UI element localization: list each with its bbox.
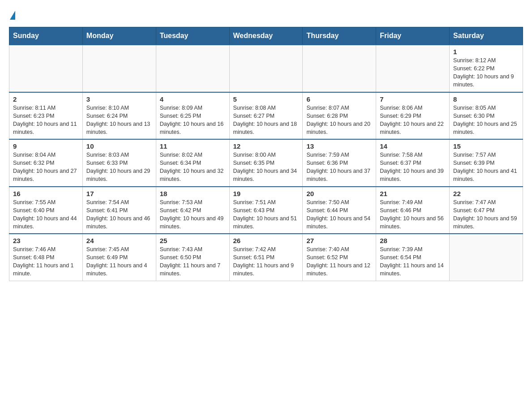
calendar-cell: 4Sunrise: 8:09 AM Sunset: 6:25 PM Daylig…	[156, 92, 229, 140]
calendar-cell: 16Sunrise: 7:55 AM Sunset: 6:40 PM Dayli…	[9, 187, 83, 234]
day-info: Sunrise: 7:45 AM Sunset: 6:49 PM Dayligh…	[86, 245, 152, 278]
day-number: 18	[160, 190, 226, 197]
calendar-cell: 21Sunrise: 7:49 AM Sunset: 6:46 PM Dayli…	[376, 187, 450, 234]
day-info: Sunrise: 7:46 AM Sunset: 6:48 PM Dayligh…	[13, 245, 79, 278]
calendar-cell: 1Sunrise: 8:12 AM Sunset: 6:22 PM Daylig…	[450, 45, 523, 92]
day-info: Sunrise: 8:12 AM Sunset: 6:22 PM Dayligh…	[453, 56, 519, 89]
calendar-cell: 6Sunrise: 8:07 AM Sunset: 6:28 PM Daylig…	[303, 92, 376, 140]
calendar-cell: 26Sunrise: 7:42 AM Sunset: 6:51 PM Dayli…	[229, 234, 303, 281]
day-number: 16	[13, 190, 79, 197]
logo	[9, 9, 15, 20]
day-number: 24	[86, 237, 152, 244]
calendar-cell	[9, 45, 83, 92]
weekday-header-wednesday: Wednesday	[229, 27, 303, 45]
calendar-cell: 13Sunrise: 7:59 AM Sunset: 6:36 PM Dayli…	[303, 139, 376, 187]
day-info: Sunrise: 7:53 AM Sunset: 6:42 PM Dayligh…	[160, 198, 226, 231]
day-number: 13	[306, 142, 372, 150]
day-number: 8	[453, 95, 519, 103]
day-number: 10	[86, 142, 152, 150]
day-info: Sunrise: 8:02 AM Sunset: 6:34 PM Dayligh…	[160, 151, 226, 184]
calendar-cell: 22Sunrise: 7:47 AM Sunset: 6:47 PM Dayli…	[450, 187, 523, 234]
day-info: Sunrise: 8:07 AM Sunset: 6:28 PM Dayligh…	[306, 104, 372, 137]
day-info: Sunrise: 8:05 AM Sunset: 6:30 PM Dayligh…	[453, 104, 519, 137]
day-number: 12	[233, 142, 299, 150]
calendar-cell	[229, 45, 303, 92]
day-info: Sunrise: 7:54 AM Sunset: 6:41 PM Dayligh…	[86, 198, 152, 231]
weekday-header-monday: Monday	[82, 27, 156, 45]
weekday-header-tuesday: Tuesday	[156, 27, 229, 45]
day-info: Sunrise: 7:58 AM Sunset: 6:37 PM Dayligh…	[380, 151, 446, 184]
calendar-cell: 3Sunrise: 8:10 AM Sunset: 6:24 PM Daylig…	[82, 92, 156, 140]
day-number: 9	[13, 142, 79, 150]
day-info: Sunrise: 8:11 AM Sunset: 6:23 PM Dayligh…	[13, 104, 79, 137]
calendar-table: SundayMondayTuesdayWednesdayThursdayFrid…	[9, 27, 523, 281]
day-info: Sunrise: 8:03 AM Sunset: 6:33 PM Dayligh…	[86, 151, 152, 184]
day-number: 11	[160, 142, 226, 150]
day-number: 14	[380, 142, 446, 150]
day-number: 1	[453, 48, 519, 56]
calendar-cell	[303, 45, 376, 92]
page-header	[9, 9, 523, 20]
day-number: 3	[86, 95, 152, 103]
day-info: Sunrise: 8:09 AM Sunset: 6:25 PM Dayligh…	[160, 104, 226, 137]
calendar-cell: 8Sunrise: 8:05 AM Sunset: 6:30 PM Daylig…	[450, 92, 523, 140]
calendar-cell: 12Sunrise: 8:00 AM Sunset: 6:35 PM Dayli…	[229, 139, 303, 187]
week-row-1: 1Sunrise: 8:12 AM Sunset: 6:22 PM Daylig…	[9, 45, 523, 92]
day-number: 15	[453, 142, 519, 150]
calendar-cell: 15Sunrise: 7:57 AM Sunset: 6:39 PM Dayli…	[450, 139, 523, 187]
calendar-cell: 10Sunrise: 8:03 AM Sunset: 6:33 PM Dayli…	[82, 139, 156, 187]
calendar-cell: 20Sunrise: 7:50 AM Sunset: 6:44 PM Dayli…	[303, 187, 376, 234]
weekday-header-row: SundayMondayTuesdayWednesdayThursdayFrid…	[9, 27, 523, 45]
day-info: Sunrise: 7:51 AM Sunset: 6:43 PM Dayligh…	[233, 198, 299, 231]
week-row-5: 23Sunrise: 7:46 AM Sunset: 6:48 PM Dayli…	[9, 234, 523, 281]
calendar-cell	[376, 45, 450, 92]
day-number: 2	[13, 95, 79, 103]
calendar-cell: 24Sunrise: 7:45 AM Sunset: 6:49 PM Dayli…	[82, 234, 156, 281]
week-row-3: 9Sunrise: 8:04 AM Sunset: 6:32 PM Daylig…	[9, 139, 523, 187]
day-number: 21	[380, 190, 446, 197]
calendar-cell: 5Sunrise: 8:08 AM Sunset: 6:27 PM Daylig…	[229, 92, 303, 140]
day-number: 27	[306, 237, 372, 244]
day-number: 28	[380, 237, 446, 244]
calendar-cell: 2Sunrise: 8:11 AM Sunset: 6:23 PM Daylig…	[9, 92, 83, 140]
day-info: Sunrise: 7:55 AM Sunset: 6:40 PM Dayligh…	[13, 198, 79, 231]
weekday-header-saturday: Saturday	[450, 27, 523, 45]
logo-triangle-icon	[10, 11, 15, 20]
day-number: 4	[160, 95, 226, 103]
day-number: 19	[233, 190, 299, 197]
day-info: Sunrise: 8:08 AM Sunset: 6:27 PM Dayligh…	[233, 104, 299, 137]
day-number: 5	[233, 95, 299, 103]
calendar-cell: 7Sunrise: 8:06 AM Sunset: 6:29 PM Daylig…	[376, 92, 450, 140]
calendar-cell: 14Sunrise: 7:58 AM Sunset: 6:37 PM Dayli…	[376, 139, 450, 187]
day-info: Sunrise: 8:04 AM Sunset: 6:32 PM Dayligh…	[13, 151, 79, 184]
day-number: 22	[453, 190, 519, 197]
calendar-cell: 23Sunrise: 7:46 AM Sunset: 6:48 PM Dayli…	[9, 234, 83, 281]
calendar-cell: 11Sunrise: 8:02 AM Sunset: 6:34 PM Dayli…	[156, 139, 229, 187]
day-number: 26	[233, 237, 299, 244]
day-info: Sunrise: 7:42 AM Sunset: 6:51 PM Dayligh…	[233, 245, 299, 278]
weekday-header-sunday: Sunday	[9, 27, 83, 45]
day-info: Sunrise: 7:59 AM Sunset: 6:36 PM Dayligh…	[306, 151, 372, 184]
calendar-cell	[450, 234, 523, 281]
day-info: Sunrise: 8:06 AM Sunset: 6:29 PM Dayligh…	[380, 104, 446, 137]
week-row-2: 2Sunrise: 8:11 AM Sunset: 6:23 PM Daylig…	[9, 92, 523, 140]
calendar-cell: 27Sunrise: 7:40 AM Sunset: 6:52 PM Dayli…	[303, 234, 376, 281]
weekday-header-friday: Friday	[376, 27, 450, 45]
calendar-cell	[156, 45, 229, 92]
day-info: Sunrise: 7:43 AM Sunset: 6:50 PM Dayligh…	[160, 245, 226, 278]
week-row-4: 16Sunrise: 7:55 AM Sunset: 6:40 PM Dayli…	[9, 187, 523, 234]
calendar-cell: 19Sunrise: 7:51 AM Sunset: 6:43 PM Dayli…	[229, 187, 303, 234]
day-number: 7	[380, 95, 446, 103]
calendar-cell: 17Sunrise: 7:54 AM Sunset: 6:41 PM Dayli…	[82, 187, 156, 234]
day-number: 20	[306, 190, 372, 197]
day-number: 17	[86, 190, 152, 197]
day-number: 6	[306, 95, 372, 103]
day-number: 25	[160, 237, 226, 244]
day-info: Sunrise: 7:50 AM Sunset: 6:44 PM Dayligh…	[306, 198, 372, 231]
day-info: Sunrise: 8:10 AM Sunset: 6:24 PM Dayligh…	[86, 104, 152, 137]
day-info: Sunrise: 7:39 AM Sunset: 6:54 PM Dayligh…	[380, 245, 446, 278]
day-number: 23	[13, 237, 79, 244]
day-info: Sunrise: 7:40 AM Sunset: 6:52 PM Dayligh…	[306, 245, 372, 278]
calendar-cell: 28Sunrise: 7:39 AM Sunset: 6:54 PM Dayli…	[376, 234, 450, 281]
day-info: Sunrise: 8:00 AM Sunset: 6:35 PM Dayligh…	[233, 151, 299, 184]
